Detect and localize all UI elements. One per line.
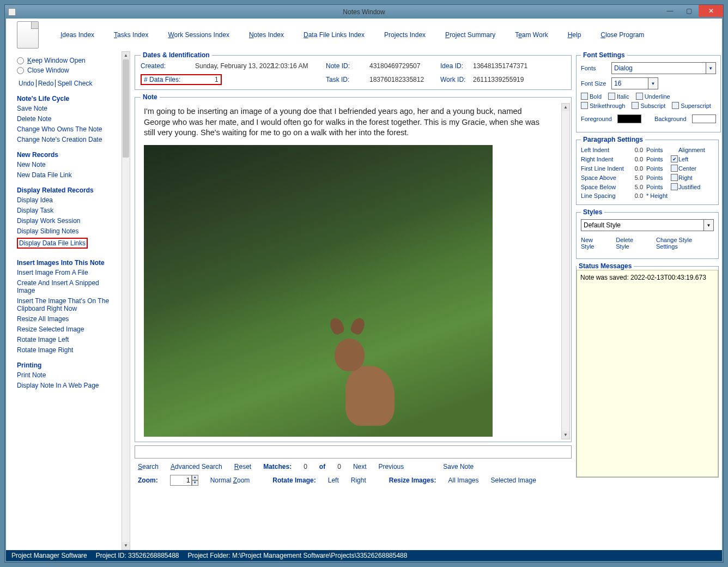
menu-notes-index[interactable]: Notes Index xyxy=(249,31,284,39)
scroll-up-icon[interactable]: ▲ xyxy=(122,52,130,59)
resize-selected-link[interactable]: Resize Selected Image xyxy=(17,325,118,333)
styles-fieldset: Styles Default Style▼ New Style Delete S… xyxy=(576,208,719,259)
maximize-button[interactable]: ▢ xyxy=(680,5,699,17)
task-id-label: Task ID: xyxy=(326,76,369,83)
close-window-label[interactable]: Close Window xyxy=(27,67,69,74)
menu-close-program[interactable]: Close Program xyxy=(600,31,644,39)
rotate-right-link[interactable]: Rotate Image Right xyxy=(17,346,118,354)
note-fieldset: Note I'm going to be inserting an image … xyxy=(135,93,572,442)
normal-zoom-link[interactable]: Normal Zoom xyxy=(210,476,250,484)
foreground-label: Foreground xyxy=(581,116,612,122)
save-note-link2[interactable]: Save Note xyxy=(443,463,474,471)
fonts-combo[interactable]: Dialog▼ xyxy=(611,62,716,74)
scroll-down-icon[interactable]: ▼ xyxy=(122,542,130,550)
note-text[interactable]: I'm going to be inserting an image of a … xyxy=(141,104,566,141)
menu-tasks-index[interactable]: Tasks Index xyxy=(114,31,148,39)
rotate-right-btn[interactable]: Right xyxy=(351,476,366,484)
close-window-radio[interactable] xyxy=(17,67,24,74)
chevron-down-icon[interactable]: ▼ xyxy=(703,220,713,231)
sidebar-scrollbar[interactable]: ▲ ▼ xyxy=(122,51,130,550)
new-data-file-link[interactable]: New Data File Link xyxy=(17,171,118,179)
reset-link[interactable]: Reset xyxy=(234,463,251,471)
scroll-thumb[interactable] xyxy=(123,59,129,158)
note-id-value: 43180469729507 xyxy=(369,62,440,70)
display-work-session-link[interactable]: Display Work Session xyxy=(17,217,118,225)
font-settings-fieldset: Font Settings Fonts Dialog▼ Font Size 16… xyxy=(576,51,721,132)
rotate-image-label: Rotate Image: xyxy=(272,476,316,484)
insert-clipboard-link[interactable]: Insert The Image That's On The Clipboard… xyxy=(17,297,118,312)
styles-combo[interactable]: Default Style▼ xyxy=(581,219,714,231)
subscript-checkbox[interactable] xyxy=(632,102,639,109)
print-note-link[interactable]: Print Note xyxy=(17,371,118,379)
dates-fieldset: Dates & Identification Created: Sunday, … xyxy=(135,51,572,90)
italic-checkbox[interactable] xyxy=(608,93,615,100)
keep-window-open-label[interactable]: Keep Window Open xyxy=(27,57,86,64)
close-button[interactable]: ✕ xyxy=(699,5,723,17)
menu-help[interactable]: Help xyxy=(568,31,581,39)
selected-image-btn[interactable]: Selected Image xyxy=(491,476,536,484)
rotate-left-link[interactable]: Rotate Image Left xyxy=(17,336,118,343)
spell-check-link[interactable]: Spell Check xyxy=(56,80,94,87)
delete-style-link[interactable]: Delete Style xyxy=(616,237,647,250)
align-center-checkbox[interactable] xyxy=(671,165,678,172)
undo-link[interactable]: Undo xyxy=(17,80,37,87)
display-data-file-links-link[interactable]: Display Data File Links xyxy=(19,239,86,247)
work-id-label: Work ID: xyxy=(440,76,473,83)
para-legend: Paragraph Settings xyxy=(581,136,645,143)
menu-ideas-index[interactable]: Ideas Index xyxy=(60,31,94,39)
new-note-link[interactable]: New Note xyxy=(17,161,118,168)
foreground-swatch[interactable] xyxy=(617,114,641,123)
menu-project-summary[interactable]: Project Summary xyxy=(445,31,495,39)
menu-data-file-links-index[interactable]: Data File Links Index xyxy=(304,31,365,39)
zoom-label: Zoom: xyxy=(138,476,158,484)
underline-checkbox[interactable] xyxy=(636,93,643,100)
right-panel: Font Settings Fonts Dialog▼ Font Size 16… xyxy=(576,51,722,550)
save-note-link[interactable]: Save Note xyxy=(17,105,118,112)
display-web-link[interactable]: Display Note In A Web Page xyxy=(17,382,118,389)
font-size-combo[interactable]: 16▼ xyxy=(611,77,658,89)
project-folder-label: Project Folder: xyxy=(188,552,230,559)
delete-note-link[interactable]: Delete Note xyxy=(17,115,118,123)
rotate-left-btn[interactable]: Left xyxy=(328,476,339,484)
align-justified-checkbox[interactable] xyxy=(671,183,678,190)
search-link[interactable]: Search xyxy=(138,463,159,471)
chevron-down-icon[interactable]: ▼ xyxy=(706,63,715,74)
chevron-down-icon[interactable]: ▼ xyxy=(648,78,658,89)
resize-all-link[interactable]: Resize All Images xyxy=(17,315,118,323)
change-owner-link[interactable]: Change Who Owns The Note xyxy=(17,125,118,133)
menu-team-work[interactable]: Team Work xyxy=(515,31,548,39)
previous-link[interactable]: Previous xyxy=(379,463,404,471)
change-style-link[interactable]: Change Style Settings xyxy=(656,237,714,250)
next-link[interactable]: Next xyxy=(353,463,367,471)
zoom-input[interactable] xyxy=(170,475,192,486)
superscript-checkbox[interactable] xyxy=(672,102,679,109)
align-right-checkbox[interactable] xyxy=(671,174,678,181)
search-input[interactable] xyxy=(135,445,572,459)
idea-id-value: 136481351747371 xyxy=(473,62,544,70)
project-id: 33526268885488 xyxy=(126,552,179,559)
insert-images-heading: Insert Images Into This Note xyxy=(17,259,118,267)
change-date-link[interactable]: Change Note's Creation Date xyxy=(17,136,118,143)
keep-window-open-radio[interactable] xyxy=(17,57,24,64)
insert-from-file-link[interactable]: Insert Image From A File xyxy=(17,269,118,276)
display-sibling-notes-link[interactable]: Display Sibling Notes xyxy=(17,227,118,235)
strike-checkbox[interactable] xyxy=(581,102,588,109)
zoom-down-icon[interactable]: ▼ xyxy=(192,480,198,486)
created-time: 12:03:16 AM xyxy=(271,62,326,70)
redo-link[interactable]: Redo xyxy=(37,80,56,87)
new-style-link[interactable]: New Style xyxy=(581,237,607,250)
zoom-up-icon[interactable]: ▲ xyxy=(192,475,198,480)
menu-projects-index[interactable]: Projects Index xyxy=(384,31,426,39)
display-idea-link[interactable]: Display Idea xyxy=(17,196,118,204)
note-image[interactable] xyxy=(144,145,493,437)
advanced-search-link[interactable]: Advanced Search xyxy=(171,463,222,471)
background-swatch[interactable] xyxy=(692,114,716,123)
align-left-checkbox[interactable]: ✔ xyxy=(671,155,678,162)
display-task-link[interactable]: Display Task xyxy=(17,207,118,214)
minimize-button[interactable]: — xyxy=(660,5,680,17)
all-images-btn[interactable]: All Images xyxy=(448,476,478,484)
bold-checkbox[interactable] xyxy=(581,93,588,100)
menu-work-sessions-index[interactable]: Work Sessions Index xyxy=(168,31,229,39)
note-scrollbar[interactable]: ▲ ▼ xyxy=(561,103,570,439)
insert-snipped-link[interactable]: Create And Insert A Snipped Image xyxy=(17,279,118,294)
